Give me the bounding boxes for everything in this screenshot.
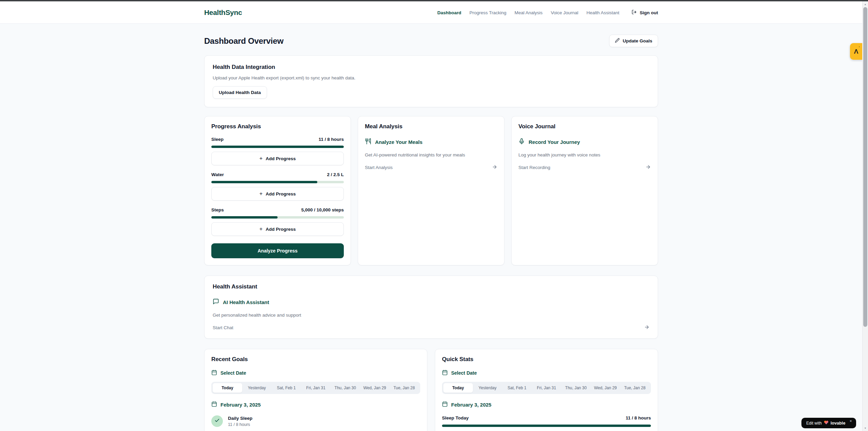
tab-wed-jan-29[interactable]: Wed, Jan 29 — [591, 383, 620, 393]
tab-today[interactable]: Today — [443, 383, 473, 393]
arrow-right-icon — [492, 164, 497, 171]
steps-goal-block: Steps 5,000 / 10,000 steps + Add Progres… — [211, 207, 344, 236]
add-sleep-progress-button[interactable]: + Add Progress — [211, 152, 344, 165]
recent-goals-date-tabs: Today Yesterday Sat, Feb 1 Fri, Jan 31 T… — [211, 382, 420, 394]
add-steps-progress-button[interactable]: + Add Progress — [211, 222, 344, 236]
quick-stats-select-date[interactable]: Select Date — [442, 370, 477, 376]
analyze-progress-button[interactable]: Analyze Progress — [211, 243, 344, 258]
quick-stats-card: Quick Stats Select Date Today Yesterday … — [435, 349, 658, 431]
sleep-progress-fill — [211, 146, 344, 148]
calendar-icon — [211, 370, 217, 376]
add-progress-label: Add Progress — [266, 227, 296, 232]
current-date-label: February 3, 2025 — [451, 402, 491, 408]
goal-name: Daily Sleep — [228, 416, 252, 421]
tab-wed-jan-29[interactable]: Wed, Jan 29 — [360, 383, 390, 393]
app-logo: HealthSync — [204, 8, 242, 17]
daily-sleep-goal-item: Daily Sleep 11 / 8 hours — [211, 415, 420, 427]
sleep-progress-bar — [211, 146, 344, 148]
dashboard-main: Dashboard Overview Update Goals Health D… — [204, 24, 658, 431]
lovable-floating-button[interactable]: Λ — [850, 43, 862, 60]
nav-dashboard[interactable]: Dashboard — [437, 10, 461, 15]
edit-with-label: Edit with — [806, 421, 821, 426]
sleep-today-row: Sleep Today 11 / 8 hours — [442, 415, 651, 420]
lovable-logo-icon: Λ — [854, 48, 858, 55]
steps-value: 5,000 / 10,000 steps — [301, 207, 344, 212]
tab-today[interactable]: Today — [213, 383, 242, 393]
nav-meal-analysis[interactable]: Meal Analysis — [515, 10, 543, 15]
tab-sat-feb-1[interactable]: Sat, Feb 1 — [271, 383, 301, 393]
calendar-icon — [211, 401, 217, 408]
sleep-today-progress-bar — [442, 425, 651, 427]
sign-out-button[interactable]: Sign out — [632, 10, 658, 16]
integration-description: Upload your Apple Health export (export.… — [213, 75, 650, 80]
steps-progress-bar — [211, 216, 344, 219]
tab-fri-jan-31[interactable]: Fri, Jan 31 — [532, 383, 561, 393]
recent-goals-title: Recent Goals — [211, 356, 420, 363]
tab-tue-jan-28[interactable]: Tue, Jan 28 — [620, 383, 650, 393]
sleep-today-progress-fill — [442, 425, 651, 427]
analyze-your-meals-label: Analyze Your Meals — [375, 139, 423, 145]
nav-health-assistant[interactable]: Health Assistant — [586, 10, 619, 15]
nav-voice-journal[interactable]: Voice Journal — [551, 10, 578, 15]
add-water-progress-button[interactable]: + Add Progress — [211, 187, 344, 201]
plus-icon: + — [260, 191, 263, 196]
start-analysis-action[interactable]: Start Analysis — [365, 164, 497, 171]
tab-sat-feb-1[interactable]: Sat, Feb 1 — [502, 383, 532, 393]
pencil-icon — [615, 38, 620, 44]
ai-health-assistant-label: AI Health Assistant — [223, 299, 269, 305]
start-chat-action[interactable]: Start Chat — [213, 324, 650, 331]
plus-icon: + — [260, 156, 263, 161]
water-goal-block: Water 2 / 2.5 L + Add Progress — [211, 172, 344, 201]
select-date-label: Select Date — [220, 370, 246, 376]
voice-journal-card: Voice Journal Record Your Journey Log yo… — [511, 116, 658, 265]
tab-fri-jan-31[interactable]: Fri, Jan 31 — [301, 383, 331, 393]
health-assistant-card: Health Assistant AI Health Assistant Get… — [204, 276, 658, 339]
vertical-scrollbar: ▲ ▼ — [862, 0, 868, 431]
sleep-goal-block: Sleep 11 / 8 hours + Add Progress — [211, 137, 344, 165]
analyze-your-meals-link[interactable]: Analyze Your Meals — [365, 138, 497, 146]
sleep-value: 11 / 8 hours — [319, 137, 344, 142]
ai-health-assistant-link[interactable]: AI Health Assistant — [213, 298, 650, 306]
current-date-label: February 3, 2025 — [220, 402, 261, 408]
tab-yesterday[interactable]: Yesterday — [473, 383, 502, 393]
record-your-journey-link[interactable]: Record Your Journey — [518, 138, 651, 146]
voice-description: Log your health journey with voice notes — [518, 152, 651, 157]
tab-tue-jan-28[interactable]: Tue, Jan 28 — [389, 383, 419, 393]
scrollbar-thumb[interactable] — [863, 7, 867, 327]
update-goals-label: Update Goals — [623, 38, 652, 43]
microphone-icon — [518, 138, 525, 146]
add-progress-label: Add Progress — [266, 156, 296, 161]
scroll-up-arrow[interactable]: ▲ — [863, 1, 868, 7]
check-icon — [214, 418, 220, 425]
top-navbar: HealthSync Dashboard Progress Tracking M… — [0, 0, 862, 24]
calendar-icon — [442, 401, 448, 408]
water-label: Water — [211, 172, 224, 177]
recent-goals-current-date: February 3, 2025 — [211, 401, 420, 408]
edit-with-lovable-badge[interactable]: Edit with lovable ✕ — [801, 418, 856, 428]
add-progress-label: Add Progress — [266, 191, 296, 196]
start-recording-action[interactable]: Start Recording — [518, 164, 651, 171]
tab-thu-jan-30[interactable]: Thu, Jan 30 — [331, 383, 360, 393]
arrow-right-icon — [645, 164, 651, 171]
chat-bubble-icon — [213, 298, 219, 306]
upload-health-data-button[interactable]: Upload Health Data — [213, 86, 267, 99]
tab-thu-jan-30[interactable]: Thu, Jan 30 — [561, 383, 591, 393]
scroll-down-arrow[interactable]: ▼ — [863, 425, 868, 431]
meal-description: Get AI-powered nutritional insights for … — [365, 152, 497, 157]
quick-stats-title: Quick Stats — [442, 356, 651, 363]
close-icon[interactable]: ✕ — [849, 419, 852, 423]
steps-progress-fill — [211, 216, 278, 219]
sign-out-label: Sign out — [640, 10, 658, 15]
tab-yesterday[interactable]: Yesterday — [242, 383, 272, 393]
page-title: Dashboard Overview — [204, 36, 283, 46]
select-date-label: Select Date — [451, 370, 477, 376]
lovable-brand-label: lovable — [831, 421, 846, 426]
progress-title: Progress Analysis — [211, 123, 344, 130]
heart-icon — [824, 420, 829, 426]
sleep-today-label: Sleep Today — [442, 415, 469, 420]
start-chat-label: Start Chat — [213, 325, 233, 330]
main-nav: Dashboard Progress Tracking Meal Analysi… — [437, 10, 658, 16]
nav-progress-tracking[interactable]: Progress Tracking — [470, 10, 507, 15]
update-goals-button[interactable]: Update Goals — [609, 35, 658, 47]
recent-goals-select-date[interactable]: Select Date — [211, 370, 246, 376]
